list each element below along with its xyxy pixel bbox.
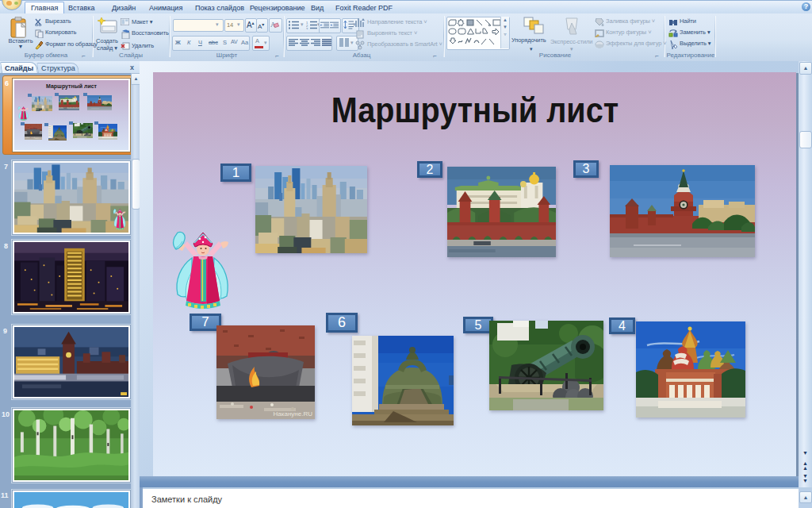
svg-text:3: 3 [306, 27, 308, 29]
